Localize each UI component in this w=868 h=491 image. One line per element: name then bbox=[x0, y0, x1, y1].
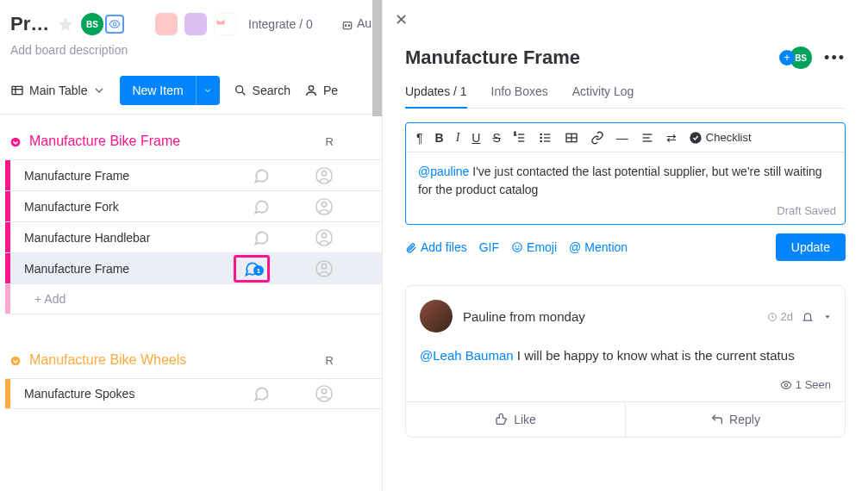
integration-icon-gmail[interactable] bbox=[214, 13, 236, 35]
main-table-view[interactable]: Main Table bbox=[10, 84, 106, 97]
person-icon[interactable] bbox=[315, 228, 334, 247]
svg-marker-43 bbox=[825, 316, 830, 319]
table-row[interactable]: Manufacture Handlebar bbox=[5, 221, 382, 252]
svg-point-21 bbox=[322, 389, 327, 395]
like-button[interactable]: Like bbox=[406, 402, 626, 437]
svg-point-10 bbox=[11, 137, 21, 146]
svg-point-40 bbox=[515, 246, 516, 247]
integration-icon-1[interactable] bbox=[155, 13, 178, 35]
chat-icon[interactable] bbox=[253, 167, 270, 184]
integrate-button[interactable]: Integrate / 0 bbox=[248, 17, 313, 31]
chat-icon[interactable] bbox=[253, 385, 270, 402]
svg-point-39 bbox=[513, 243, 522, 252]
update-editor[interactable]: ¶ B I U S 1 — ⇄ Checklist @pauline I've … bbox=[405, 122, 846, 225]
comment-avatar[interactable] bbox=[420, 300, 453, 333]
add-files-button[interactable]: Add files bbox=[405, 240, 467, 254]
panel-title: Manufacture Frame bbox=[405, 47, 580, 69]
svg-point-31 bbox=[540, 141, 541, 142]
svg-point-41 bbox=[519, 246, 520, 247]
chat-icon-highlighted[interactable]: 1 bbox=[234, 255, 270, 283]
table-row[interactable]: Manufacture Fork bbox=[5, 190, 382, 221]
svg-point-30 bbox=[540, 138, 541, 139]
add-item-button[interactable]: + Add bbox=[10, 292, 382, 306]
editor-text: I've just contacted the last potential s… bbox=[418, 165, 822, 196]
search-button[interactable]: Search bbox=[234, 84, 290, 97]
svg-point-44 bbox=[784, 383, 788, 387]
editor-textarea[interactable]: @pauline I've just contacted the last po… bbox=[406, 152, 845, 204]
group-collapse-icon[interactable] bbox=[9, 352, 22, 367]
format-bold-icon[interactable]: B bbox=[435, 131, 444, 145]
tab-updates[interactable]: Updates / 1 bbox=[405, 84, 467, 109]
comment-menu-icon[interactable] bbox=[822, 310, 833, 323]
column-header[interactable]: R bbox=[326, 135, 334, 148]
unordered-list-icon[interactable] bbox=[539, 130, 553, 145]
table-row[interactable]: Manufacture Spokes bbox=[5, 378, 382, 409]
hr-icon[interactable]: — bbox=[616, 131, 628, 145]
svg-line-8 bbox=[242, 92, 245, 95]
integration-icon-2[interactable] bbox=[184, 13, 207, 35]
ordered-list-icon[interactable]: 1 bbox=[513, 130, 527, 145]
add-member-button[interactable]: + BS bbox=[779, 47, 812, 69]
person-icon[interactable] bbox=[315, 384, 334, 403]
seen-indicator[interactable]: 1 Seen bbox=[406, 378, 845, 401]
group-title[interactable]: Manufacture Bike Frame bbox=[29, 134, 180, 149]
notification-icon[interactable] bbox=[802, 310, 814, 324]
new-item-button[interactable]: New Item bbox=[120, 76, 219, 105]
checklist-button[interactable]: Checklist bbox=[689, 131, 752, 145]
table-row[interactable]: Manufacture Frame1 bbox=[5, 252, 382, 283]
more-options-icon[interactable]: ••• bbox=[824, 49, 846, 67]
link-icon[interactable] bbox=[590, 130, 604, 145]
svg-point-29 bbox=[540, 134, 541, 135]
svg-point-9 bbox=[309, 86, 313, 90]
close-icon[interactable]: ✕ bbox=[395, 10, 408, 29]
group-title[interactable]: Manufacture Bike Wheels bbox=[29, 352, 186, 368]
format-strike-icon[interactable]: S bbox=[492, 131, 500, 145]
mention-token[interactable]: @pauline bbox=[418, 165, 469, 178]
svg-point-12 bbox=[322, 171, 327, 176]
column-header[interactable]: R bbox=[326, 354, 334, 367]
format-paragraph-icon[interactable]: ¶ bbox=[416, 131, 423, 145]
table-row[interactable]: Manufacture Frame bbox=[5, 159, 382, 190]
update-button[interactable]: Update bbox=[776, 233, 846, 261]
comment-mention[interactable]: @Leah Bauman bbox=[420, 348, 514, 363]
board-description[interactable]: Add board description bbox=[0, 40, 382, 71]
svg-text:1: 1 bbox=[514, 133, 516, 137]
comment-text: I will be happy to know what is the curr… bbox=[514, 348, 795, 363]
format-italic-icon[interactable]: I bbox=[456, 131, 460, 145]
new-item-dropdown[interactable] bbox=[196, 76, 220, 105]
comment-author[interactable]: Pauline from monday bbox=[463, 309, 585, 324]
mention-button[interactable]: @Mention bbox=[569, 240, 628, 254]
svg-point-19 bbox=[11, 356, 21, 365]
format-underline-icon[interactable]: U bbox=[471, 131, 480, 145]
svg-point-3 bbox=[348, 25, 349, 26]
tab-info-boxes[interactable]: Info Boxes bbox=[491, 84, 548, 108]
share-view-icon[interactable] bbox=[105, 15, 124, 34]
svg-point-14 bbox=[322, 202, 327, 207]
reply-button[interactable]: Reply bbox=[626, 402, 845, 437]
person-icon[interactable] bbox=[315, 259, 334, 278]
svg-point-16 bbox=[322, 233, 327, 238]
person-filter[interactable]: Pe bbox=[304, 84, 338, 97]
board-title: Pr… bbox=[10, 13, 50, 35]
person-icon[interactable] bbox=[315, 166, 334, 185]
person-icon[interactable] bbox=[315, 197, 334, 216]
svg-point-18 bbox=[322, 264, 327, 269]
scrollbar[interactable] bbox=[372, 0, 382, 116]
align-icon[interactable] bbox=[640, 130, 654, 145]
user-avatar[interactable]: BS bbox=[81, 13, 103, 35]
chat-icon[interactable] bbox=[253, 229, 270, 246]
svg-point-2 bbox=[345, 25, 346, 26]
emoji-button[interactable]: Emoji bbox=[511, 240, 557, 254]
direction-icon[interactable]: ⇄ bbox=[666, 131, 677, 145]
group-collapse-icon[interactable] bbox=[9, 134, 22, 148]
svg-point-0 bbox=[113, 22, 116, 26]
gif-button[interactable]: GIF bbox=[479, 240, 499, 254]
star-icon[interactable] bbox=[57, 16, 74, 33]
tab-activity-log[interactable]: Activity Log bbox=[572, 84, 634, 108]
automate-button[interactable]: Au bbox=[340, 16, 372, 31]
chat-icon[interactable] bbox=[253, 198, 270, 215]
comment-time: 2d bbox=[767, 310, 793, 323]
svg-point-7 bbox=[235, 86, 242, 93]
table-icon[interactable] bbox=[565, 130, 578, 145]
svg-rect-4 bbox=[12, 86, 22, 94]
